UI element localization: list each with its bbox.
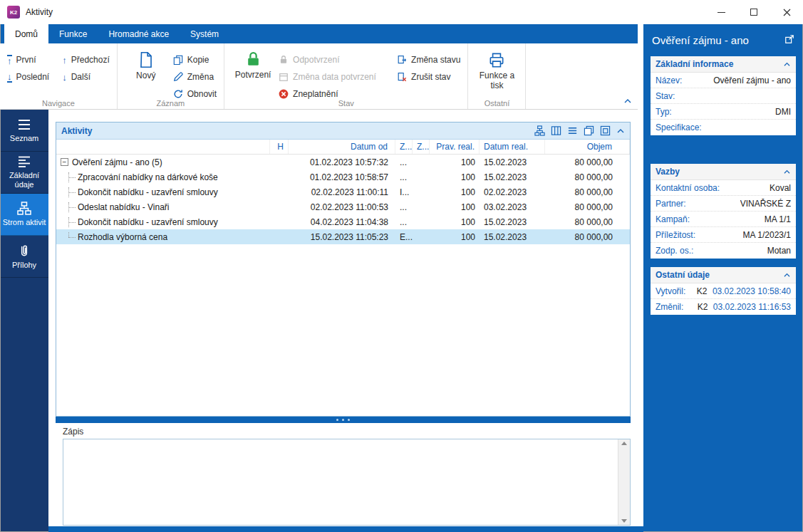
hamburger-icon[interactable] [567,125,578,136]
cascade-windows-icon[interactable] [584,125,594,136]
sidebar-item-strom-aktivit[interactable]: Strom aktivit [0,194,48,236]
column-header-objem[interactable]: Objem [545,140,630,154]
column-header-z1[interactable]: Z... [395,140,413,154]
changed-date-link[interactable]: 03.02.2023 11:16:53 [713,302,791,312]
group-label-zaznam: Záznam [118,99,224,108]
activities-panel-title: Aktivity [61,126,92,136]
tab-funkce[interactable]: Funkce [48,24,98,43]
cell-objem: 80 000,00 [545,157,630,167]
cell-name: Rozhodla výborná cena [78,232,167,242]
column-header-name[interactable] [56,140,270,154]
detail-row: Zodp. os.: Motan [651,243,796,259]
next-button[interactable]: ↓ Další [62,69,110,85]
scroll-up-icon[interactable] [621,442,627,445]
last-button[interactable]: ↓ Poslední [7,69,49,85]
section-header[interactable]: Ostatní údaje [651,267,796,283]
first-icon: ↑ [7,55,12,66]
columns-icon[interactable] [551,125,561,136]
cell-datum-od: 04.02.2023 11:04:38 [289,217,395,227]
activities-panel-header: Aktivity [56,122,630,140]
copy-icon [173,55,183,65]
title-bar: K2 Aktivity [0,0,803,24]
table-row[interactable]: Dokončit nabídku - uzavření smlouvy 02.0… [56,184,630,199]
first-button[interactable]: ↑ První [7,52,49,68]
group-label-ostatni: Ostatní [468,99,525,108]
tab-hromadne-akce[interactable]: Hromadné akce [98,24,180,43]
table-row[interactable]: Zpracování nabídky na dárkové koše 01.02… [56,169,630,184]
left-sidebar: Seznam Základní údaje [0,110,48,532]
detail-list-icon [17,155,31,168]
ribbon-group-zaznam: Nový Kopie Změna [118,43,224,109]
tab-domu[interactable]: Domů [4,24,48,43]
table-row-selected[interactable]: Rozhodla výborná cena 15.02.2023 11:05:2… [56,229,630,244]
ribbon-group-ostatni: Funkce a tisk Ostatní [468,43,526,109]
cell-z1: I... [395,187,413,197]
cancel-state-icon [397,72,407,82]
cell-datum-od: 02.02.2023 11:00:53 [289,202,395,212]
column-header-prav-real[interactable]: Prav. real. [430,140,480,154]
column-header-h[interactable]: H [270,140,289,154]
cell-datum-od: 15.02.2023 11:05:23 [289,232,395,242]
created-date-link[interactable]: 03.02.2023 10:58:40 [713,286,791,296]
section-header[interactable]: Vazby [651,164,796,180]
cell-prav-real: 100 [430,202,480,212]
tree-view-icon[interactable] [534,125,545,136]
sidebar-item-zakladni-udaje[interactable]: Základní údaje [0,152,48,194]
changed-by-user: K2 [698,302,708,312]
previous-button[interactable]: ↑ Předchozí [62,52,110,68]
detail-row: Příležitost: MA 1/2023/1 [651,227,796,243]
up-arrow-icon: ↑ [62,56,67,65]
new-document-icon [137,51,155,69]
column-header-z2[interactable]: Z... [413,140,430,154]
change-state-button[interactable]: Změna stavu [397,52,460,68]
cancel-state-button[interactable]: Zrušit stav [397,69,460,85]
group-label-navigace: Navigace [0,99,117,108]
section-collapse-chevron-icon[interactable] [783,169,791,174]
sidebar-item-seznam[interactable]: Seznam [0,110,48,152]
table-row[interactable]: Odeslat nabídku - Vinaři 02.02.2023 11:0… [56,199,630,214]
ribbon-collapse-button[interactable] [623,96,632,106]
paperclip-icon [17,244,31,258]
section-header[interactable]: Základní informace [651,56,796,73]
detail-row: Partner: VINAŘSKÉ Z [651,196,796,212]
confirm-button[interactable]: Potvrzení [232,49,274,80]
new-button[interactable]: Nový [125,49,167,81]
cell-name: Ověření zájmu - ano (5) [72,157,162,167]
zapis-scrollbar[interactable] [618,439,630,525]
cell-objem: 80 000,00 [545,202,630,212]
column-header-datum-od[interactable]: Datum od [289,140,395,154]
detail-title: Ověření zájmu - ano [652,34,784,46]
cell-name: Dokončit nabídku - uzavření smlouvy [78,187,218,197]
unconfirm-button[interactable]: Odpotvrzení [279,52,391,68]
detail-row: Specifikace: [651,120,796,135]
column-header-datum-real[interactable]: Datum real. [480,140,545,154]
horizontal-splitter[interactable] [56,417,631,423]
minimize-button[interactable] [705,0,737,24]
cell-name: Dokončit nabídku - uzavření smlouvy [78,217,218,227]
zapis-textarea[interactable] [63,439,618,525]
table-row[interactable]: Dokončit nabídku - uzavření smlouvy 04.0… [56,214,630,229]
window-title: Aktivity [26,7,53,17]
table-row[interactable]: − Ověření zájmu - ano (5) 01.02.2023 10:… [56,155,630,169]
close-button[interactable] [770,0,803,24]
panel-collapse-chevron-icon[interactable] [616,127,625,134]
cell-datum-od: 01.02.2023 10:57:32 [289,157,395,167]
section-collapse-chevron-icon[interactable] [783,272,791,278]
down-arrow-icon: ↓ [62,73,67,82]
functions-print-button[interactable]: Funkce a tisk [475,49,518,91]
detail-row: Kampaň: MA 1/1 [651,212,796,227]
sidebar-item-prilohy[interactable]: Přílohy [0,236,48,278]
section-collapse-chevron-icon[interactable] [783,61,791,67]
open-in-window-icon[interactable] [784,34,794,44]
copy-button[interactable]: Kopie [173,52,217,68]
new-window-icon[interactable] [600,125,611,136]
maximize-button[interactable] [737,0,770,24]
change-button[interactable]: Změna [173,69,217,85]
tree-collapse-expander[interactable]: − [61,158,68,166]
refresh-icon [173,89,183,99]
change-confirm-date-button[interactable]: Změna data potvrzení [279,69,391,85]
tab-system[interactable]: Systém [180,24,229,43]
zapis-label: Zápis [63,427,631,437]
detail-row: Kontaktní osoba: Koval [651,180,796,196]
scroll-down-icon[interactable] [621,519,627,523]
